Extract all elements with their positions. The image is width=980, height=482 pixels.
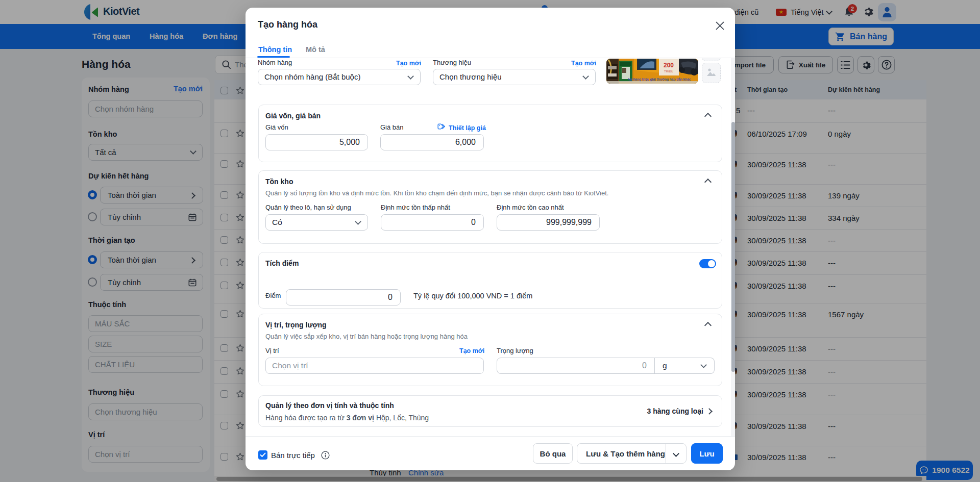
- svg-text:Và hàng triệu giải thưởng hấp: Và hàng triệu giải thưởng hấp dẫn khác: [628, 77, 691, 82]
- svg-text:200: 200: [664, 62, 674, 69]
- svg-text:TRIEU: TRIEU: [664, 70, 673, 73]
